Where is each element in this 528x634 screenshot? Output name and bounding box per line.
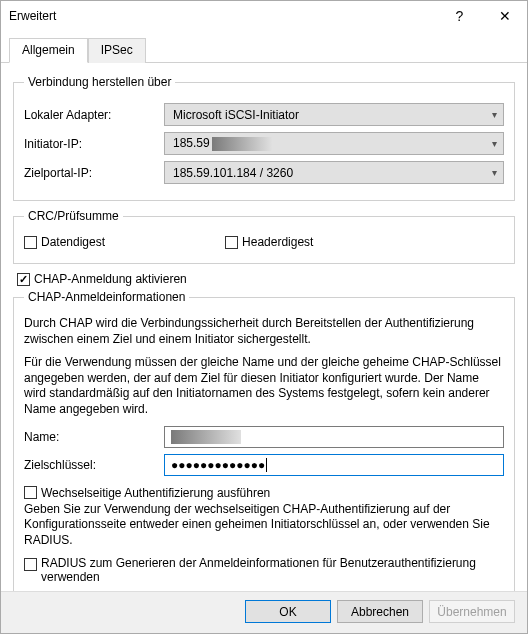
chap-desc-1: Durch CHAP wird die Verbindungssicherhei… — [24, 316, 504, 347]
ok-button[interactable]: OK — [245, 600, 331, 623]
chap-secret-value: ●●●●●●●●●●●●● — [171, 458, 265, 472]
close-button[interactable]: ✕ — [482, 1, 527, 31]
group-crc: CRC/Prüfsumme Datendigest Headerdigest — [13, 209, 515, 264]
tab-strip: Allgemein IPSec — [1, 31, 527, 63]
mutual-auth-desc: Geben Sie zur Verwendung der wechselseit… — [24, 502, 504, 549]
dialog-footer: OK Abbrechen Übernehmen — [1, 591, 527, 633]
group-connection: Verbindung herstellen über Lokaler Adapt… — [13, 75, 515, 201]
group-chap-info: CHAP-Anmeldeinformationen Durch CHAP wir… — [13, 290, 515, 591]
cancel-button[interactable]: Abbrechen — [337, 600, 423, 623]
chap-enable-checkbox[interactable]: CHAP-Anmeldung aktivieren — [17, 272, 515, 286]
help-button[interactable]: ? — [437, 1, 482, 31]
target-portal-ip-value: 185.59.101.184 / 3260 — [173, 166, 293, 180]
chap-secret-label: Zielschlüssel: — [24, 458, 164, 472]
checkbox-icon — [24, 486, 37, 499]
checkbox-icon — [24, 236, 37, 249]
chevron-down-icon: ▾ — [492, 138, 497, 149]
initiator-ip-combo[interactable]: 185.59 ▾ — [164, 132, 504, 155]
target-portal-ip-label: Zielportal-IP: — [24, 166, 164, 180]
tab-ipsec[interactable]: IPSec — [88, 38, 146, 63]
dialog-body: Verbindung herstellen über Lokaler Adapt… — [1, 63, 527, 591]
chap-name-label: Name: — [24, 430, 164, 444]
header-digest-checkbox[interactable]: Headerdigest — [225, 235, 313, 249]
radius-generate-checkbox[interactable]: RADIUS zum Generieren der Anmeldeinforma… — [24, 556, 504, 584]
apply-button: Übernehmen — [429, 600, 515, 623]
mutual-auth-checkbox[interactable]: Wechselseitige Authentifizierung ausführ… — [24, 486, 504, 500]
local-adapter-combo[interactable]: Microsoft iSCSI-Initiator ▾ — [164, 103, 504, 126]
group-connection-legend: Verbindung herstellen über — [24, 75, 175, 89]
data-digest-checkbox[interactable]: Datendigest — [24, 235, 105, 249]
chap-name-input[interactable] — [164, 426, 504, 448]
checkbox-icon — [24, 558, 37, 571]
tab-general[interactable]: Allgemein — [9, 38, 88, 63]
chevron-down-icon: ▾ — [492, 109, 497, 120]
chap-name-value — [171, 430, 241, 444]
chap-desc-2: Für die Verwendung müssen der gleiche Na… — [24, 355, 504, 417]
local-adapter-value: Microsoft iSCSI-Initiator — [173, 108, 299, 122]
dialog-window: Erweitert ? ✕ Allgemein IPSec Verbindung… — [0, 0, 528, 634]
chevron-down-icon: ▾ — [492, 167, 497, 178]
checkbox-icon — [225, 236, 238, 249]
initiator-ip-label: Initiator-IP: — [24, 137, 164, 151]
target-portal-ip-combo[interactable]: 185.59.101.184 / 3260 ▾ — [164, 161, 504, 184]
window-title: Erweitert — [9, 9, 437, 23]
chap-secret-input[interactable]: ●●●●●●●●●●●●● — [164, 454, 504, 476]
group-chap-info-legend: CHAP-Anmeldeinformationen — [24, 290, 189, 304]
titlebar: Erweitert ? ✕ — [1, 1, 527, 31]
checkbox-checked-icon — [17, 273, 30, 286]
group-crc-legend: CRC/Prüfsumme — [24, 209, 123, 223]
initiator-ip-value: 185.59 — [173, 136, 272, 151]
text-caret — [266, 458, 267, 472]
local-adapter-label: Lokaler Adapter: — [24, 108, 164, 122]
